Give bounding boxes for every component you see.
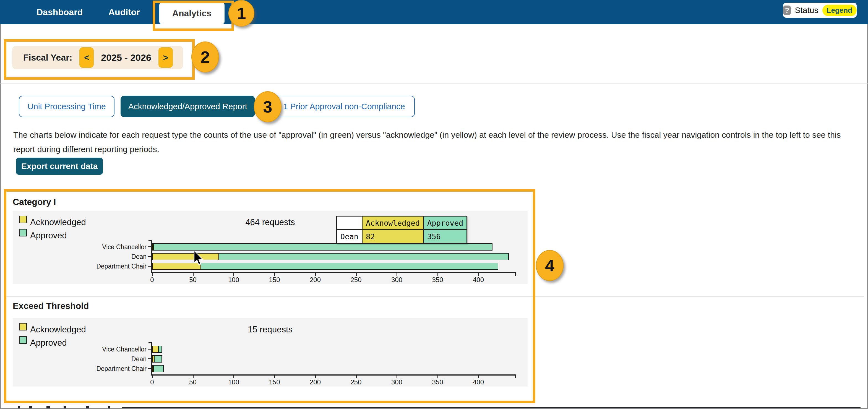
fiscal-year-prev-button[interactable]: < [80, 47, 94, 68]
x-tick-label: 200 [310, 276, 321, 284]
bar-segment-app[interactable] [153, 365, 164, 372]
legend-badge[interactable]: Legend [823, 5, 857, 16]
chart-row: Vice Chancellor [152, 346, 521, 353]
tooltip-approved-value: 356 [424, 230, 467, 243]
section-divider [4, 296, 864, 297]
export-current-data-button[interactable]: Export current data [16, 158, 103, 175]
annotation-callout-2: 2 [191, 41, 219, 72]
x-axis-tick [234, 376, 234, 378]
y-axis-tick [148, 256, 151, 257]
nav-item-dashboard[interactable]: Dashboard [36, 0, 83, 24]
chart-row: Dean [152, 355, 521, 363]
top-navigation-bar: Dashboard Auditor Analytics ? Status Leg… [0, 0, 868, 24]
fiscal-year-label: Fiscal Year: [23, 53, 72, 63]
report-description: The charts below indicate for each reque… [13, 128, 860, 157]
tab-unit-processing-time[interactable]: Unit Processing Time [19, 96, 115, 117]
clipped-next-section-text [108, 406, 110, 408]
approved-swatch-icon [19, 336, 27, 344]
x-tick-label: 0 [150, 276, 154, 284]
x-tick-label: 250 [350, 378, 362, 386]
bar-segment-app[interactable] [200, 263, 498, 270]
x-axis-tick [193, 376, 193, 378]
y-axis-label: Vice Chancellor [22, 244, 147, 250]
bar-segment-ack[interactable] [152, 346, 159, 353]
y-axis-label: Vice Chancellor [22, 346, 147, 353]
clipped-next-section-text [86, 406, 89, 408]
x-axis-tick [356, 273, 357, 276]
hover-tooltip-table: Acknowledged Approved Dean 82 356 [336, 216, 467, 244]
clipped-next-section-line [122, 407, 861, 408]
clipped-next-section-text [18, 406, 20, 408]
tooltip-approved-header: Approved [424, 216, 467, 230]
category-1-bar-chart: Vice ChancellorDeanDepartment Chair 0501… [152, 243, 521, 273]
section-divider [0, 84, 868, 84]
x-axis-tick [315, 273, 316, 276]
x-tick-label: 350 [432, 378, 443, 386]
tooltip-value-row: Dean 82 356 [337, 230, 467, 243]
nav-item-analytics[interactable]: Analytics [159, 2, 224, 24]
x-axis-tick [315, 376, 316, 378]
bar-segment-app[interactable] [153, 243, 493, 251]
total-requests-label: 15 requests [13, 325, 528, 335]
y-axis-label: Department Chair [22, 366, 147, 372]
y-axis-tick [148, 349, 151, 350]
category-1-heading: Category I [13, 197, 56, 207]
y-axis-top-tick [149, 240, 151, 241]
tooltip-empty-cell [337, 216, 362, 230]
x-tick-label: 300 [391, 378, 402, 386]
x-tick-label: 200 [310, 378, 321, 386]
approved-swatch-icon [19, 229, 27, 237]
x-tick-label: 150 [269, 276, 280, 284]
x-axis-tick [274, 376, 275, 378]
status-legend-widget[interactable]: ? Status Legend [783, 3, 857, 18]
exceed-threshold-bar-chart: Vice ChancellorDeanDepartment Chair 0501… [152, 346, 521, 375]
y-axis-label: Department Chair [22, 263, 147, 270]
x-tick-label: 350 [432, 276, 443, 284]
y-axis-tick [148, 266, 151, 266]
fiscal-year-next-button[interactable]: > [158, 47, 173, 68]
x-axis-tick [397, 273, 397, 276]
bar-segment-app[interactable] [154, 355, 162, 363]
clipped-next-section-text [46, 406, 50, 408]
x-axis-tick [478, 376, 479, 378]
tab-cat1-prior-approval-non-compliance[interactable]: Cat 1 Prior Approval non-Compliance [258, 96, 415, 117]
status-label: Status [795, 5, 818, 15]
x-tick-label: 0 [150, 378, 154, 386]
x-tick-label: 250 [350, 276, 362, 284]
clipped-next-section-text [64, 406, 66, 408]
tooltip-acknowledged-value: 82 [362, 230, 424, 243]
y-axis-label: Dean [22, 254, 147, 260]
x-tick-label: 100 [228, 378, 239, 386]
bar-segment-ack[interactable] [152, 253, 219, 260]
x-axis-end-tick [515, 273, 516, 276]
x-tick-label: 50 [189, 378, 196, 386]
bar-segment-app[interactable] [158, 346, 162, 353]
tooltip-acknowledged-header: Acknowledged [362, 216, 424, 230]
chart-row: Department Chair [152, 263, 521, 270]
y-axis-top-tick [149, 342, 151, 343]
x-axis-tick [152, 376, 153, 378]
y-axis-label: Dean [22, 356, 147, 362]
bar-segment-app[interactable] [218, 253, 509, 260]
chart-rows: Vice ChancellorDeanDepartment Chair [152, 243, 521, 270]
chart-rows: Vice ChancellorDeanDepartment Chair [152, 346, 521, 372]
x-axis-line [151, 374, 516, 376]
analytics-page: Dashboard Auditor Analytics ? Status Leg… [0, 0, 868, 409]
x-axis-tick [437, 273, 438, 276]
question-mark-icon[interactable]: ? [783, 5, 791, 15]
x-axis-tick [234, 273, 234, 276]
x-axis-tick [437, 376, 438, 378]
x-axis-tick [274, 273, 275, 276]
tooltip-header-row: Acknowledged Approved [337, 216, 467, 230]
x-tick-label: 400 [473, 276, 484, 284]
x-axis-tick [152, 273, 153, 276]
tab-acknowledged-approved-report[interactable]: Acknowledged/Approved Report [121, 96, 255, 117]
x-tick-label: 50 [189, 276, 196, 284]
annotation-callout-3: 3 [254, 91, 281, 122]
nav-item-auditor[interactable]: Auditor [108, 0, 140, 24]
legend-approved: Approved [19, 336, 67, 347]
mouse-cursor [193, 251, 205, 266]
legend-approved-label: Approved [30, 231, 67, 240]
report-description-line-1: The charts below indicate for each reque… [13, 128, 860, 142]
report-description-line-2: report during different reporting period… [13, 142, 860, 157]
